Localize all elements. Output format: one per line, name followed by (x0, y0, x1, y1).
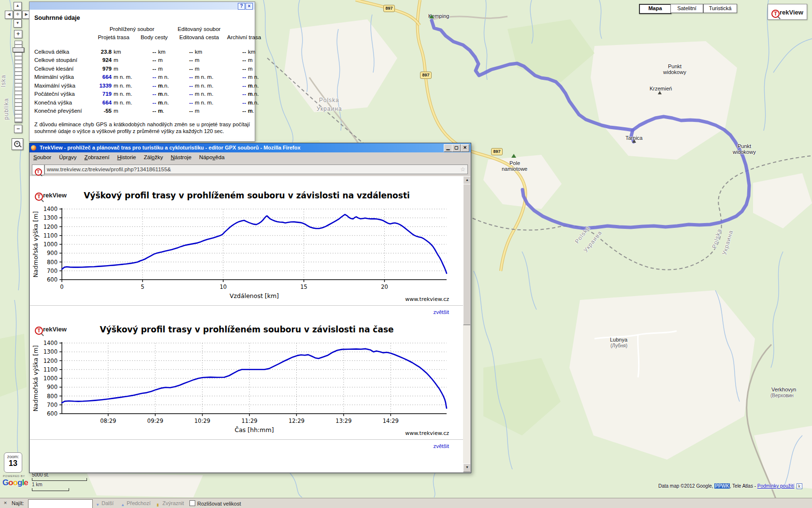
svg-text:1100: 1100 (44, 232, 58, 239)
menu-bar: SouborÚpravyZobrazeníHistorieZáložkyNást… (29, 152, 471, 163)
svg-text:1300: 1300 (44, 214, 58, 221)
summary-row-label: Konečné převýšení (34, 107, 91, 116)
pan-down-button[interactable]: ▼ (14, 19, 22, 28)
window-titlebar[interactable]: TrekView - prohlížeč a plánovač tras pro… (29, 143, 471, 152)
summary-value: --m (226, 107, 262, 116)
menu-pravy[interactable]: Úpravy (55, 154, 80, 160)
find-next-button[interactable]: ▼Další (95, 499, 114, 507)
svg-text:1200: 1200 (44, 358, 58, 364)
svg-text:10:29: 10:29 (194, 418, 210, 424)
chart-title-time: Výškový profil trasy v prohlíženém soubo… (30, 323, 464, 334)
summary-row: Konečná výška664m n. m.--m n. m.--m n. m… (34, 99, 250, 107)
url-text: www.trekview.cz/trekview/profil.php?1341… (47, 166, 171, 172)
find-previous-button[interactable]: ▲Předchozí (120, 499, 151, 507)
keyboard-hint: k (797, 483, 803, 489)
menu-zobrazen[interactable]: Zobrazení (81, 154, 114, 160)
svg-text:14:29: 14:29 (383, 418, 399, 424)
browser-window: TrekView - prohlížeč a plánovač tras pro… (29, 143, 471, 473)
enlarge-link-time[interactable]: zvětšit (433, 443, 449, 449)
checkbox-icon (189, 500, 195, 506)
map-label-widokowy: widokowy (733, 149, 756, 155)
terms-link[interactable]: Podmínky použití (757, 483, 795, 489)
trekview-map-logo[interactable]: TrekView (768, 4, 807, 20)
map-label-polska: Polska (319, 97, 339, 104)
zoom-slider[interactable] (14, 41, 22, 123)
find-highlight-button[interactable]: ▮Zvýraznit (156, 499, 184, 507)
panel-close-button[interactable]: × (246, 3, 253, 10)
svg-text:900: 900 (47, 250, 58, 256)
svg-text:Čas [hh:mm]: Čas [hh:mm] (234, 426, 274, 433)
maximize-button[interactable]: ▢ (452, 144, 461, 152)
svg-text:11:29: 11:29 (241, 418, 257, 424)
url-field[interactable]: www.trekview.cz/trekview/profil.php?1341… (44, 164, 468, 174)
bookmark-star-icon[interactable]: ☆ (460, 165, 465, 174)
svg-text:1200: 1200 (44, 224, 58, 230)
menu-npovda[interactable]: Nápověda (195, 154, 229, 160)
zoom-in-button[interactable]: + (14, 30, 22, 38)
magnifier-tool-button[interactable]: + (12, 138, 23, 150)
pan-up-button[interactable]: ▲ (14, 2, 22, 10)
summary-panel: ? × Souhrnné údaje Prohlížený soubor Edi… (29, 1, 255, 142)
pan-center-button[interactable]: ✛ (14, 11, 22, 19)
summary-value: --m (226, 65, 262, 74)
mountain-peak-icon (632, 139, 636, 143)
summary-row-label: Celkové stoupání (34, 56, 91, 65)
map-label--: (Верховин (770, 393, 794, 398)
summary-table: Prohlížený soubor Editovaný soubor Proje… (34, 25, 250, 116)
map-type-mapa[interactable]: Mapa (639, 4, 671, 14)
svg-text:600: 600 (47, 410, 58, 417)
time-profile-section: TrekView Výškový profil trasy v prohlíže… (30, 323, 464, 453)
zoom-out-button[interactable]: − (14, 125, 22, 133)
arrow-down-icon: ▼ (96, 501, 100, 508)
map-label-widokowy: widokowy (663, 69, 686, 75)
scale-bar-feet (32, 478, 87, 481)
zoom-slider-handle[interactable] (13, 47, 24, 52)
close-button[interactable]: ✕ (461, 144, 469, 152)
scroll-down-button[interactable]: ▼ (463, 463, 470, 472)
summary-value: --m (136, 56, 173, 65)
zoom-level-indicator: zoom: 13 (4, 452, 22, 473)
menu-zloky[interactable]: Záložky (140, 154, 167, 160)
map-label--: (Лубня) (610, 343, 627, 348)
site-favicon[interactable]: T (32, 164, 44, 175)
map-type-turisticka[interactable]: Turistická (703, 4, 737, 13)
scrollbar-thumb[interactable] (463, 184, 470, 325)
highlighter-icon: ▮ (157, 501, 159, 508)
menu-historie[interactable]: Historie (113, 154, 140, 160)
find-close-button[interactable]: × (2, 500, 9, 507)
pan-left-button[interactable]: ◀ (5, 11, 13, 19)
menu-soubor[interactable]: Soubor (29, 154, 55, 160)
find-input[interactable] (28, 499, 93, 508)
vertical-scrollbar[interactable]: ▲ ▼ (463, 176, 470, 472)
svg-text:900: 900 (47, 384, 58, 390)
match-case-checkbox[interactable]: Rozlišovat velikost (189, 500, 241, 507)
summary-panel-header: ? × (29, 2, 255, 10)
svg-text:1300: 1300 (44, 348, 58, 355)
summary-value: --m (226, 56, 262, 65)
col-header: Editovaná cesta (173, 33, 226, 42)
map-label-lubnya: Lubnya (610, 337, 627, 343)
summary-value: --m (173, 107, 226, 116)
menu-nstroje[interactable]: Nástroje (167, 154, 195, 160)
minimize-button[interactable]: ▁ (444, 144, 452, 152)
trekview-logo-icon: T (771, 10, 780, 18)
panel-help-button[interactable]: ? (238, 3, 245, 10)
summary-row-label: Celková délka (34, 48, 91, 57)
svg-text:20: 20 (381, 284, 388, 290)
svg-text:5: 5 (141, 284, 144, 290)
summary-note: Z důvodu eliminace chyb GPS a krátkodobý… (34, 121, 250, 134)
summary-row: Počáteční výška719m n. m.--m n. m.--m n.… (34, 90, 250, 99)
enlarge-link-distance[interactable]: zvětšit (433, 309, 449, 315)
campsite-icon (429, 15, 434, 18)
summary-row-label: Celkové klesání (34, 65, 91, 74)
elevation-distance-chart: 6007008009001000110012001300140005101520… (30, 203, 455, 308)
svg-text:Vzdálenost [km]: Vzdálenost [km] (230, 292, 279, 299)
screen: KempingPunktwidokowyKrzemieńTarnicaPunkt… (0, 0, 812, 508)
distance-profile-section: TrekView Výškový profil trasy v prohlíže… (30, 189, 464, 319)
trekview-chart-logo: TrekView (35, 326, 67, 335)
firefox-icon (31, 145, 36, 150)
col-header: Archivní trasa (226, 33, 262, 42)
map-type-satelitni[interactable]: Satelitní (670, 4, 703, 13)
arrow-up-icon: ▲ (121, 501, 125, 508)
find-label: Najít: (12, 500, 24, 506)
